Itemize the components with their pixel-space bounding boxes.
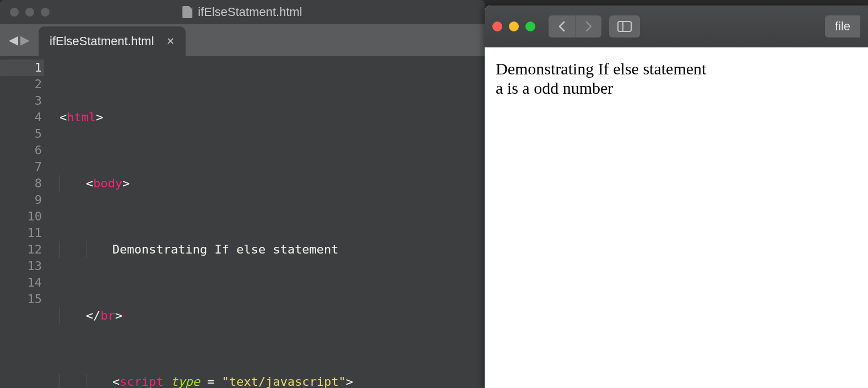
browser-viewport: Demonstrating If else statement a is a o…: [485, 47, 868, 110]
zoom-dot[interactable]: [41, 8, 50, 17]
editor-traffic-lights: [0, 8, 50, 17]
editor-history-fwd-icon[interactable]: ▶: [20, 33, 30, 47]
editor-tabbar: ◀ ▶ ifElseStatment.html ✕: [0, 24, 485, 56]
browser-window: file Demonstrating If else statement a i…: [485, 6, 868, 388]
address-bar[interactable]: file: [825, 15, 860, 37]
editor-window: ifElseStatment.html ◀ ▶ ifElseStatment.h…: [0, 0, 485, 388]
editor-title-text: ifElseStatment.html: [198, 5, 302, 19]
sidebar-toggle-button[interactable]: [609, 15, 640, 37]
line-number: 7: [0, 159, 42, 175]
file-icon: [182, 6, 192, 18]
line-number: 2: [0, 76, 42, 93]
browser-nav-buttons: [549, 15, 601, 37]
url-text: file: [835, 19, 850, 34]
code-line: <script type = "text/javascript">: [59, 374, 485, 388]
line-number: 9: [0, 192, 42, 208]
line-gutter: 1 2 3 4 5 6 7 8 9 10 11 12 13 14 15: [0, 56, 53, 388]
line-number: 10: [0, 208, 42, 225]
forward-button[interactable]: [575, 15, 601, 37]
code-area[interactable]: <html> <body> Demonstrating If else stat…: [53, 56, 485, 388]
line-number: 4: [0, 109, 42, 126]
workspace: ifElseStatment.html ◀ ▶ ifElseStatment.h…: [0, 0, 868, 388]
line-number: 1: [0, 60, 44, 76]
code-line: <html>: [59, 109, 485, 126]
code-line: </br>: [59, 308, 485, 324]
chevron-right-icon: [585, 21, 593, 32]
browser-traffic-lights: [492, 21, 541, 31]
line-number: 5: [0, 126, 42, 142]
line-number: 12: [0, 241, 42, 258]
editor-body: 1 2 3 4 5 6 7 8 9 10 11 12 13 14 15 <htm…: [0, 56, 485, 388]
editor-tab-label: ifElseStatment.html: [50, 34, 154, 48]
line-number: 8: [0, 175, 42, 192]
code-line: Demonstrating If else statement: [59, 241, 485, 258]
editor-nav-arrows: ◀ ▶: [0, 24, 39, 56]
chevron-left-icon: [558, 21, 566, 32]
output-line: Demonstrating If else statement: [496, 60, 857, 79]
minimize-dot[interactable]: [25, 8, 34, 17]
line-number: 14: [0, 274, 42, 291]
sidebar-icon: [617, 21, 632, 32]
line-number: 13: [0, 258, 42, 274]
output-line: a is a odd number: [496, 79, 857, 98]
editor-title: ifElseStatment.html: [182, 5, 302, 19]
zoom-dot[interactable]: [525, 21, 535, 31]
svg-rect-0: [618, 21, 631, 31]
minimize-dot[interactable]: [509, 21, 519, 31]
line-number: 6: [0, 142, 42, 159]
line-number: 11: [0, 225, 42, 241]
editor-titlebar: ifElseStatment.html: [0, 0, 485, 24]
browser-toolbar: file: [485, 6, 868, 47]
back-button[interactable]: [549, 15, 575, 37]
editor-history-back-icon[interactable]: ◀: [9, 33, 18, 47]
tab-close-icon[interactable]: ✕: [166, 35, 175, 47]
close-dot[interactable]: [492, 21, 502, 31]
line-number: 15: [0, 291, 42, 308]
line-number: 3: [0, 93, 42, 109]
close-dot[interactable]: [10, 8, 19, 17]
editor-tab[interactable]: ifElseStatment.html ✕: [39, 26, 186, 56]
code-line: <body>: [59, 175, 485, 192]
